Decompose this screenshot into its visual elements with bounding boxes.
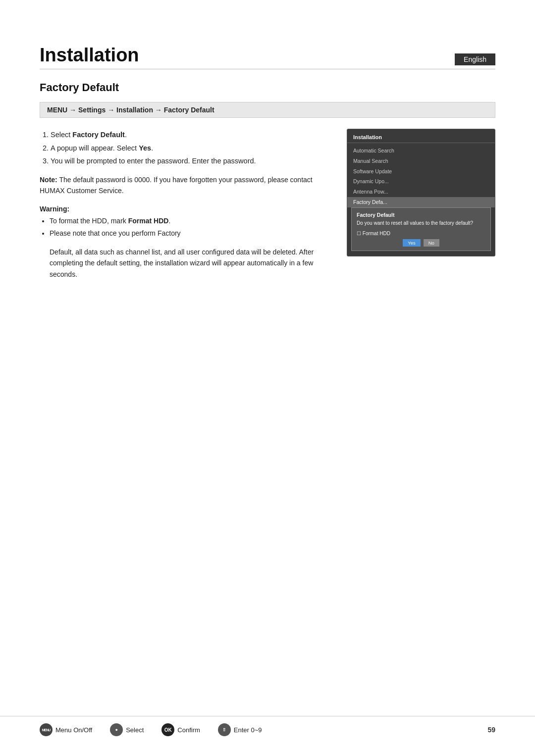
tv-popup: Factory Default Do you want to reset all…	[351, 207, 491, 251]
popup-no-button[interactable]: No	[424, 239, 439, 247]
menu-path-factory: Factory Default	[164, 106, 214, 114]
language-badge: English	[455, 53, 495, 65]
tv-menu-item-3: Software Update	[347, 166, 495, 177]
warning-label: Warning:	[40, 203, 332, 215]
tv-menu-item-2: Manual Search	[347, 156, 495, 166]
content-row: Select Factory Default. A popup will app…	[40, 129, 495, 284]
warning-item-2: Please note that once you perform Factor…	[50, 228, 332, 240]
nav-label-ok: Confirm	[177, 726, 200, 734]
menu-icon: MENU	[40, 723, 53, 736]
step-1-bold: Factory Default	[72, 131, 125, 139]
nav-label-select: Select	[126, 726, 144, 734]
popup-title: Factory Default	[357, 212, 485, 218]
warning-item-1: To format the HDD, mark Format HDD.	[50, 215, 332, 227]
tv-screenshot: Installation Automatic Search Manual Sea…	[347, 129, 495, 256]
content-right: Installation Automatic Search Manual Sea…	[347, 129, 495, 284]
page-container: English Installation Factory Default MEN…	[0, 0, 535, 756]
step-2: A popup will appear. Select Yes.	[51, 142, 332, 154]
nav-item-num: ⣿ Enter 0~9	[218, 723, 262, 736]
title-divider	[40, 69, 495, 69]
page-number: 59	[487, 726, 495, 734]
nav-label-menu: Menu On/Off	[55, 726, 92, 734]
popup-buttons: Yes No	[357, 239, 485, 247]
tv-menu-item-5: Antenna Pow...	[347, 187, 495, 197]
warning-block: Warning: To format the HDD, mark Format …	[40, 203, 332, 240]
popup-yes-button[interactable]: Yes	[403, 239, 421, 247]
tv-menu-item-6: Factory Defa...	[347, 197, 495, 207]
note-label: Note:	[40, 176, 57, 184]
step-3: You will be prompted to enter the passwo…	[51, 155, 332, 167]
nav-item-select: ● Select	[110, 723, 144, 736]
menu-path-settings: Settings	[78, 106, 106, 114]
tv-menu-item-4: Dynamic Upo...	[347, 176, 495, 187]
menu-path-arrow1: →	[67, 106, 78, 114]
content-left: Select Factory Default. A popup will app…	[40, 129, 332, 284]
nav-item-ok: OK Confirm	[161, 723, 200, 736]
menu-path-menu: MENU	[47, 106, 67, 114]
menu-path-bar: MENU → Settings → Installation → Factory…	[40, 102, 495, 118]
menu-path-arrow3: →	[153, 106, 164, 114]
warning-list: To format the HDD, mark Format HDD. Plea…	[40, 215, 332, 240]
popup-area: Dynamic Upo... Antenna Pow... Factory De…	[347, 176, 495, 251]
page-title: Installation	[40, 45, 495, 66]
popup-checkbox: ☐ Format HDD	[357, 231, 485, 236]
note-block: Note: The default password is 0000. If y…	[40, 174, 332, 197]
warning-bold-1: Format HDD	[128, 217, 169, 225]
note-text: The default password is 0000. If you hav…	[40, 176, 313, 195]
continuation-text: Default, all data such as channel list, …	[50, 247, 332, 280]
popup-question: Do you want to reset all values to the f…	[357, 220, 485, 227]
menu-path-installation: Installation	[116, 106, 153, 114]
section-title: Factory Default	[40, 81, 495, 94]
tv-menu-item-1: Automatic Search	[347, 146, 495, 156]
step-2-bold: Yes	[139, 144, 151, 152]
steps-list: Select Factory Default. A popup will app…	[40, 129, 332, 167]
select-icon: ●	[110, 723, 123, 736]
menu-path-arrow2: →	[106, 106, 116, 114]
nav-label-num: Enter 0~9	[234, 726, 262, 734]
step-1: Select Factory Default.	[51, 129, 332, 141]
screen-title: Installation	[347, 134, 495, 143]
num-icon: ⣿	[218, 723, 231, 736]
bottom-nav: MENU Menu On/Off ● Select OK Confirm ⣿ E…	[0, 716, 535, 736]
nav-item-menu: MENU Menu On/Off	[40, 723, 92, 736]
ok-icon: OK	[161, 723, 174, 736]
